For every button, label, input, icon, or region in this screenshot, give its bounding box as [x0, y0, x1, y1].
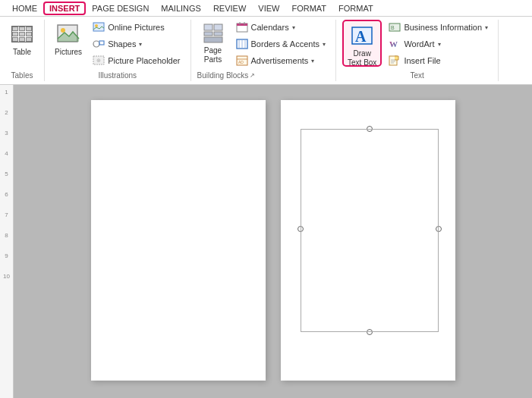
ruler-mark: 9	[5, 252, 8, 259]
calendars-icon	[236, 21, 248, 33]
ruler-mark: 5	[5, 171, 8, 177]
menu-page-design[interactable]: PAGE DESIGN	[86, 2, 155, 15]
ribbon-group-tables-content: Table	[6, 20, 38, 70]
business-info-icon: B	[389, 21, 401, 33]
svg-rect-11	[204, 32, 212, 36]
svg-text:⊕: ⊕	[96, 58, 101, 63]
advertisements-icon: AD	[236, 55, 248, 67]
illustrations-col: Online Pictures Shapes ▾	[89, 20, 184, 67]
menu-insert[interactable]: INSERT	[43, 2, 86, 15]
ruler-mark: 8	[5, 232, 8, 239]
bb-col: Calendars ▾ Borders & Accents ▾	[232, 20, 330, 67]
online-pictures-icon	[93, 21, 105, 33]
text-col: B Business Information ▾ W	[385, 20, 492, 67]
borders-accents-icon	[236, 38, 248, 50]
wordart-icon: W	[389, 38, 401, 50]
svg-point-5	[93, 41, 99, 47]
ruler-left: 1 2 3 4 5 6 7 8 9 10	[0, 85, 14, 398]
pictures-label: Pictures	[55, 48, 82, 57]
svg-rect-15	[237, 24, 247, 26]
illustrations-group-label: Illustrations	[51, 70, 184, 81]
ruler-mark: 6	[5, 191, 8, 198]
bb-expand-icon[interactable]: ↗	[250, 72, 255, 79]
shapes-label: Shapes	[108, 39, 136, 49]
ribbon-group-tables: Table Tables	[0, 20, 45, 81]
ribbon-group-bb-content: PageParts Calendars ▾	[197, 20, 330, 70]
advertisements-dropdown-icon: ▾	[311, 58, 314, 64]
menu-mailings[interactable]: MAILINGS	[155, 2, 207, 15]
svg-point-4	[95, 24, 98, 27]
menu-review[interactable]: REVIEW	[207, 2, 252, 15]
ribbon-group-text: A DrawText Box B Business Information ▾	[336, 20, 499, 81]
ribbon-group-building-blocks: PageParts Calendars ▾	[191, 20, 337, 81]
ruler-mark: 3	[5, 130, 8, 136]
ribbon: Table Tables Pictures	[0, 17, 532, 85]
insert-file-label: Insert File	[404, 56, 440, 65]
menu-home[interactable]: HOME	[6, 2, 43, 15]
ribbon-group-illustrations-content: Pictures Online Pictures	[51, 20, 184, 70]
ribbon-group-illustrations: Pictures Online Pictures	[45, 20, 191, 81]
text-group-label: Text	[342, 70, 492, 81]
picture-placeholder-button[interactable]: ⊕ Picture Placeholder	[89, 53, 184, 68]
advertisements-button[interactable]: AD Advertisements ▾	[232, 53, 330, 68]
picture-placeholder-icon: ⊕	[93, 55, 105, 67]
svg-rect-9	[204, 24, 212, 30]
shapes-icon	[93, 38, 105, 50]
svg-text:W: W	[389, 39, 398, 49]
online-pictures-label: Online Pictures	[108, 23, 165, 32]
wordart-button[interactable]: W WordArt ▾	[385, 36, 492, 52]
bb-label-text: Building Blocks	[197, 71, 249, 80]
ruler-mark: 7	[5, 212, 8, 218]
ruler-mark: 2	[5, 109, 8, 116]
ruler-mark: 4	[5, 150, 8, 157]
menu-format-1[interactable]: FORMAT	[285, 2, 332, 15]
draw-text-box-label: DrawText Box	[348, 49, 376, 67]
table-icon	[10, 22, 34, 46]
ruler-mark: 1	[5, 89, 8, 96]
calendars-button[interactable]: Calendars ▾	[232, 20, 330, 35]
table-button[interactable]: Table	[6, 20, 38, 67]
shapes-dropdown-icon: ▾	[139, 41, 142, 48]
svg-rect-10	[214, 24, 222, 30]
insert-file-button[interactable]: Insert File	[385, 53, 492, 68]
table-label: Table	[13, 48, 31, 57]
picture-placeholder-label: Picture Placeholder	[108, 56, 180, 65]
pictures-icon	[56, 22, 80, 46]
borders-dropdown-icon: ▾	[323, 41, 326, 48]
calendars-dropdown-icon: ▾	[292, 24, 295, 31]
borders-accents-label: Borders & Accents	[251, 39, 320, 49]
page-left	[91, 100, 266, 381]
svg-text:B: B	[391, 25, 395, 30]
online-pictures-button[interactable]: Online Pictures	[89, 20, 184, 35]
pictures-button[interactable]: Pictures	[51, 20, 86, 67]
menu-format-2[interactable]: FORMAT	[332, 2, 379, 15]
svg-rect-13	[204, 37, 222, 42]
svg-point-1	[61, 28, 65, 33]
svg-rect-6	[99, 41, 104, 45]
textbox-border	[301, 129, 439, 332]
borders-accents-button[interactable]: Borders & Accents ▾	[232, 36, 330, 52]
pages-area	[14, 85, 532, 398]
page-right	[281, 100, 455, 381]
draw-text-box-icon: A	[350, 24, 374, 48]
menu-bar: HOME INSERT PAGE DESIGN MAILINGS REVIEW …	[0, 0, 532, 17]
tables-group-label: Tables	[6, 70, 38, 81]
business-info-label: Business Information	[404, 23, 482, 32]
calendars-label: Calendars	[251, 23, 289, 32]
page-parts-button[interactable]: PageParts	[197, 20, 229, 67]
page-parts-label: PageParts	[204, 46, 222, 64]
shapes-button[interactable]: Shapes ▾	[89, 36, 184, 52]
wordart-label: WordArt	[404, 39, 434, 49]
document-area: 1 2 3 4 5 6 7 8 9 10	[0, 85, 532, 398]
svg-text:AD: AD	[238, 60, 244, 64]
insert-file-icon	[389, 55, 401, 67]
svg-rect-12	[214, 32, 222, 36]
ruler-mark: 10	[3, 273, 10, 280]
advertisements-label: Advertisements	[251, 56, 309, 65]
textbox-container[interactable]	[297, 123, 442, 335]
draw-text-box-button[interactable]: A DrawText Box	[342, 20, 382, 67]
business-information-button[interactable]: B Business Information ▾	[385, 20, 492, 35]
menu-view[interactable]: VIEW	[252, 2, 285, 15]
page-parts-icon	[201, 22, 225, 45]
ribbon-group-text-content: A DrawText Box B Business Information ▾	[342, 20, 492, 70]
